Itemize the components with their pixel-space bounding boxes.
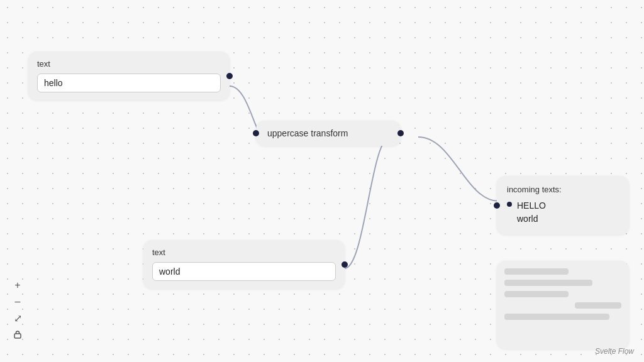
zoom-out-button[interactable]: – xyxy=(10,294,25,309)
fit-view-button[interactable]: ⤢ xyxy=(10,310,25,326)
text-node-2-label: text xyxy=(152,248,336,257)
canvas[interactable]: text text uppercase transform incoming t… xyxy=(0,0,644,362)
text-node-1-label: text xyxy=(37,59,221,69)
text-node-1-input[interactable] xyxy=(37,74,221,92)
text-node-1-output-port[interactable] xyxy=(226,73,233,79)
incoming-node-title: incoming texts: xyxy=(507,185,619,194)
incoming-values: HELLO world xyxy=(517,199,546,226)
zoom-in-button[interactable]: + xyxy=(10,278,25,293)
incoming-value-1: HELLO xyxy=(517,199,546,212)
incoming-node-input-port[interactable] xyxy=(494,202,500,209)
incoming-value-2: world xyxy=(517,212,546,226)
preview-line-3 xyxy=(504,291,569,297)
lock-button[interactable] xyxy=(10,327,25,342)
branding-label: Svelte Flow xyxy=(595,347,634,356)
svg-rect-0 xyxy=(14,334,21,338)
incoming-node-items: HELLO world xyxy=(507,199,619,226)
preview-line-5 xyxy=(504,314,609,320)
zoom-controls: + – ⤢ xyxy=(10,278,25,342)
incoming-bullet-icon xyxy=(507,202,512,207)
preview-line-1 xyxy=(504,268,569,275)
text-node-2-input[interactable] xyxy=(152,262,336,281)
transform-node: uppercase transform xyxy=(256,121,401,146)
text-node-1: text xyxy=(28,52,230,100)
incoming-node: incoming texts: HELLO world xyxy=(497,176,629,234)
preview-line-2 xyxy=(504,280,592,286)
transform-node-output-port[interactable] xyxy=(397,130,404,136)
preview-line-4 xyxy=(575,302,621,309)
text-node-2: text xyxy=(143,240,345,288)
preview-node xyxy=(497,261,629,349)
transform-node-input-port[interactable] xyxy=(253,130,259,136)
transform-node-label: uppercase transform xyxy=(267,128,348,138)
text-node-2-output-port[interactable] xyxy=(341,261,348,268)
